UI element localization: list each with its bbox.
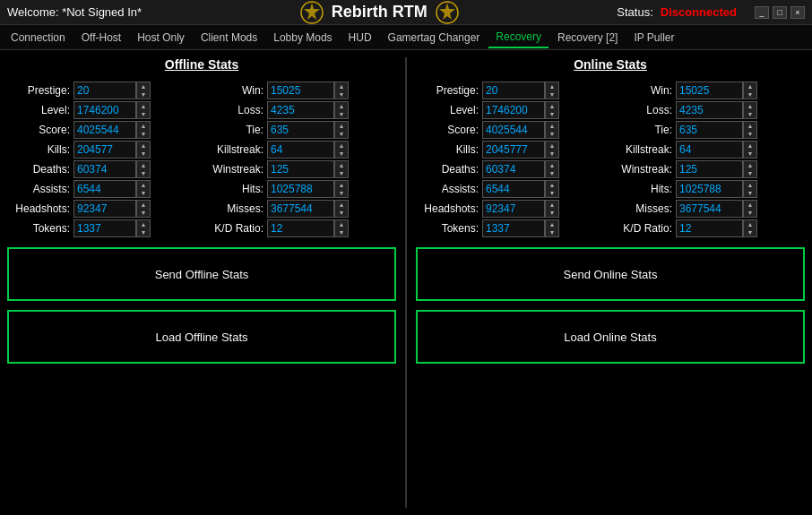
offline-winstreak-spinner[interactable]: ▲ ▼ — [334, 160, 349, 178]
online-kills-up[interactable]: ▲ — [546, 142, 558, 150]
online-tie-up[interactable]: ▲ — [744, 122, 756, 130]
online-headshots-spinner[interactable]: ▲ ▼ — [545, 200, 559, 218]
online-assists-spinner[interactable]: ▲ ▼ — [545, 180, 559, 198]
online-headshots-input[interactable] — [482, 200, 545, 218]
offline-kills-input[interactable] — [73, 141, 136, 159]
offline-tie-down[interactable]: ▼ — [335, 130, 348, 138]
offline-prestige-spinner[interactable]: ▲ ▼ — [136, 82, 151, 99]
online-tie-down[interactable]: ▼ — [744, 130, 756, 138]
offline-win-input[interactable] — [267, 82, 334, 99]
offline-loss-down[interactable]: ▼ — [335, 110, 348, 118]
online-kd-up[interactable]: ▲ — [744, 220, 756, 228]
offline-misses-down[interactable]: ▼ — [335, 209, 348, 217]
offline-level-up[interactable]: ▲ — [137, 102, 150, 110]
offline-deaths-spinner[interactable]: ▲ ▼ — [136, 160, 151, 178]
online-winstreak-spinner[interactable]: ▲ ▼ — [743, 160, 757, 178]
offline-tie-input[interactable] — [267, 121, 334, 139]
online-loss-input[interactable] — [676, 101, 743, 119]
online-killstreak-input[interactable] — [676, 141, 743, 159]
offline-killstreak-down[interactable]: ▼ — [335, 150, 348, 158]
online-assists-input[interactable] — [482, 180, 545, 198]
offline-tokens-input[interactable] — [73, 219, 136, 237]
offline-win-spinner[interactable]: ▲ ▼ — [334, 82, 349, 99]
offline-kills-down[interactable]: ▼ — [137, 150, 150, 158]
minimize-button[interactable]: _ — [755, 6, 769, 19]
online-loss-up[interactable]: ▲ — [744, 102, 756, 110]
offline-score-up[interactable]: ▲ — [137, 122, 150, 130]
online-killstreak-spinner[interactable]: ▲ ▼ — [743, 141, 757, 159]
online-loss-down[interactable]: ▼ — [744, 110, 756, 118]
load-online-stats-button[interactable]: Load Online Stats — [416, 310, 805, 364]
online-assists-up[interactable]: ▲ — [546, 181, 558, 189]
offline-level-down[interactable]: ▼ — [137, 110, 150, 118]
offline-kills-spinner[interactable]: ▲ ▼ — [136, 141, 151, 159]
online-kills-spinner[interactable]: ▲ ▼ — [545, 141, 559, 159]
online-score-up[interactable]: ▲ — [546, 122, 558, 130]
nav-off-host[interactable]: Off-Host — [74, 28, 128, 47]
online-tokens-spinner[interactable]: ▲ ▼ — [545, 219, 559, 237]
offline-score-down[interactable]: ▼ — [137, 130, 150, 138]
online-headshots-down[interactable]: ▼ — [546, 209, 558, 217]
offline-killstreak-spinner[interactable]: ▲ ▼ — [334, 141, 349, 159]
online-score-spinner[interactable]: ▲ ▼ — [545, 121, 559, 139]
online-win-spinner[interactable]: ▲ ▼ — [743, 82, 757, 99]
window-controls[interactable]: _ □ × — [755, 6, 805, 19]
offline-killstreak-input[interactable] — [267, 141, 334, 159]
online-hits-up[interactable]: ▲ — [744, 181, 756, 189]
online-winstreak-up[interactable]: ▲ — [744, 161, 756, 169]
online-score-input[interactable] — [482, 121, 545, 139]
offline-tokens-down[interactable]: ▼ — [137, 228, 150, 236]
online-hits-spinner[interactable]: ▲ ▼ — [743, 180, 757, 198]
close-button[interactable]: × — [790, 6, 805, 19]
offline-winstreak-input[interactable] — [267, 160, 334, 178]
online-level-input[interactable] — [482, 101, 545, 119]
online-tokens-down[interactable]: ▼ — [546, 228, 558, 236]
offline-hits-spinner[interactable]: ▲ ▼ — [334, 180, 349, 198]
offline-killstreak-up[interactable]: ▲ — [335, 142, 348, 150]
online-level-spinner[interactable]: ▲ ▼ — [545, 101, 559, 119]
online-loss-spinner[interactable]: ▲ ▼ — [743, 101, 757, 119]
online-deaths-down[interactable]: ▼ — [546, 169, 558, 177]
online-score-down[interactable]: ▼ — [546, 130, 558, 138]
offline-misses-input[interactable] — [267, 200, 334, 218]
send-online-stats-button[interactable]: Send Online Stats — [416, 247, 805, 301]
online-level-down[interactable]: ▼ — [546, 110, 558, 118]
online-deaths-input[interactable] — [482, 160, 545, 178]
nav-recovery-2[interactable]: Recovery [2] — [550, 28, 625, 47]
offline-assists-down[interactable]: ▼ — [137, 189, 150, 197]
online-hits-input[interactable] — [676, 180, 743, 198]
online-tokens-up[interactable]: ▲ — [546, 220, 558, 228]
offline-headshots-input[interactable] — [73, 200, 136, 218]
offline-win-up[interactable]: ▲ — [335, 82, 348, 90]
online-level-up[interactable]: ▲ — [546, 102, 558, 110]
offline-kills-up[interactable]: ▲ — [137, 142, 150, 150]
online-winstreak-input[interactable] — [676, 160, 743, 178]
online-hits-down[interactable]: ▼ — [744, 189, 756, 197]
online-misses-up[interactable]: ▲ — [744, 201, 756, 209]
offline-headshots-up[interactable]: ▲ — [137, 201, 150, 209]
online-win-down[interactable]: ▼ — [744, 90, 756, 99]
nav-client-mods[interactable]: Client Mods — [194, 28, 264, 47]
offline-headshots-spinner[interactable]: ▲ ▼ — [136, 200, 151, 218]
online-misses-spinner[interactable]: ▲ ▼ — [743, 200, 757, 218]
online-tokens-input[interactable] — [482, 219, 545, 237]
online-deaths-up[interactable]: ▲ — [546, 161, 558, 169]
online-prestige-down[interactable]: ▼ — [546, 90, 558, 99]
nav-connection[interactable]: Connection — [4, 28, 73, 47]
online-kd-spinner[interactable]: ▲ ▼ — [743, 219, 757, 237]
offline-assists-up[interactable]: ▲ — [137, 181, 150, 189]
online-tie-input[interactable] — [676, 121, 743, 139]
offline-assists-input[interactable] — [73, 180, 136, 198]
offline-loss-up[interactable]: ▲ — [335, 102, 348, 110]
online-winstreak-down[interactable]: ▼ — [744, 169, 756, 177]
offline-prestige-down[interactable]: ▼ — [137, 90, 150, 99]
online-misses-input[interactable] — [676, 200, 743, 218]
offline-kd-up[interactable]: ▲ — [335, 220, 348, 228]
online-killstreak-down[interactable]: ▼ — [744, 150, 756, 158]
nav-gamertag-changer[interactable]: Gamertag Changer — [381, 28, 488, 47]
offline-tokens-up[interactable]: ▲ — [137, 220, 150, 228]
offline-kd-down[interactable]: ▼ — [335, 228, 348, 236]
offline-level-spinner[interactable]: ▲ ▼ — [136, 101, 151, 119]
offline-loss-input[interactable] — [267, 101, 334, 119]
offline-score-spinner[interactable]: ▲ ▼ — [136, 121, 151, 139]
